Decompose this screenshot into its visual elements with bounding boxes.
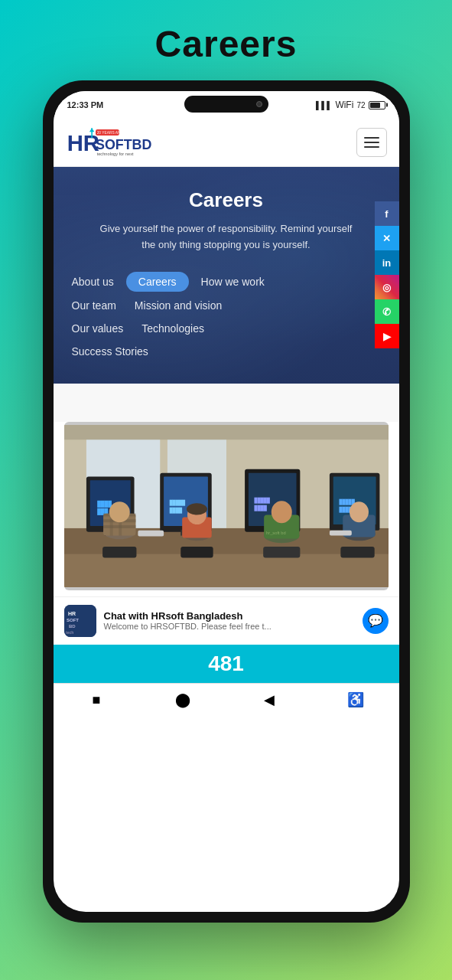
- svg-text:█████: █████: [253, 497, 270, 504]
- chat-text: Chat with HRsoft Bangladesh Welcome to H…: [104, 610, 355, 631]
- back-icon: ◀: [264, 691, 275, 708]
- svg-rect-57: [263, 547, 300, 557]
- facebook-icon: f: [385, 208, 388, 220]
- svg-rect-11: [64, 425, 389, 439]
- brand-logo: H R SOFTBD 20 YEARS ANNIVERSARY technolo…: [66, 126, 165, 158]
- svg-text:████: ████: [253, 504, 267, 511]
- screen-content: H R SOFTBD 20 YEARS ANNIVERSARY technolo…: [54, 119, 399, 912]
- twitter-button[interactable]: ✕: [375, 226, 399, 250]
- hero-subtitle: Give yourself the power of responsibilit…: [96, 221, 356, 253]
- hero-section: Careers Give yourself the power of respo…: [54, 167, 399, 384]
- nav-item-our-team[interactable]: Our team: [66, 296, 122, 315]
- back-button[interactable]: ◀: [255, 686, 283, 714]
- svg-text:tech: tech: [66, 630, 73, 635]
- stop-button[interactable]: ■: [83, 686, 110, 714]
- page-title: Careers: [0, 23, 452, 65]
- stop-icon: ■: [93, 692, 101, 708]
- nav-item-mission-vision[interactable]: Mission and vision: [128, 296, 228, 315]
- svg-rect-55: [102, 547, 136, 557]
- chat-logo: HR SOFT BD tech: [64, 605, 96, 637]
- svg-text:█████: █████: [168, 499, 185, 506]
- svg-rect-53: [138, 530, 164, 536]
- phone-mockup: 12:33 PM ▌▌▌ WiFi 72 H: [43, 80, 410, 923]
- svg-text:H: H: [67, 131, 83, 155]
- logo-area: H R SOFTBD 20 YEARS ANNIVERSARY technolo…: [66, 126, 165, 158]
- wifi-icon: WiFi: [335, 100, 353, 110]
- nav-row-4: Success Stories: [66, 342, 387, 361]
- nav-item-careers[interactable]: Careers: [126, 272, 189, 292]
- twitter-icon: ✕: [382, 233, 391, 244]
- whatsapp-icon: ✆: [382, 306, 391, 318]
- svg-text:BD: BD: [69, 624, 76, 629]
- notch: [184, 96, 268, 113]
- instagram-button[interactable]: ◎: [375, 275, 399, 299]
- instagram-icon: ◎: [382, 282, 391, 293]
- nav-menu: About us Careers How we work Our team Mi…: [66, 269, 387, 371]
- office-scene-svg: ████ ███ █████ ████ ██: [64, 422, 389, 590]
- hero-content: Careers Give yourself the power of respo…: [66, 188, 387, 253]
- office-image: ████ ███ █████ ████ ██: [64, 422, 389, 590]
- svg-rect-58: [340, 547, 374, 557]
- hero-title: Careers: [66, 188, 387, 212]
- nav-item-technologies[interactable]: Technologies: [135, 319, 210, 338]
- teal-strip: 481: [54, 645, 399, 683]
- status-time: 12:33 PM: [67, 100, 104, 109]
- status-bar: 12:33 PM ▌▌▌ WiFi 72: [54, 91, 399, 119]
- front-camera: [256, 101, 262, 107]
- svg-text:HR: HR: [68, 611, 76, 616]
- chat-subtitle: Welcome to HRSOFTBD. Please feel free t.…: [104, 622, 355, 631]
- social-sidebar: f ✕ in ◎ ✆ ▶: [375, 201, 399, 348]
- svg-text:20 YEARS ANNIVERSARY: 20 YEARS ANNIVERSARY: [96, 131, 142, 135]
- svg-text:SOFTBD: SOFTBD: [96, 137, 152, 152]
- nav-row-2: Our team Mission and vision: [66, 296, 387, 315]
- svg-rect-54: [329, 530, 351, 535]
- menu-button[interactable]: [356, 128, 387, 157]
- nav-item-how-we-work[interactable]: How we work: [195, 273, 271, 291]
- linkedin-button[interactable]: in: [375, 250, 399, 275]
- home-button[interactable]: ⬤: [169, 686, 197, 714]
- svg-text:████: ████: [168, 506, 182, 513]
- battery-icon: [369, 101, 385, 109]
- messenger-button[interactable]: 💬: [363, 608, 389, 634]
- svg-text:technology for next: technology for next: [96, 152, 133, 156]
- signal-icon: ▌▌▌: [316, 101, 332, 109]
- nav-row-1: About us Careers How we work: [66, 272, 387, 292]
- hamburger-icon: [364, 137, 379, 148]
- chat-widget: HR SOFT BD tech Chat with HRsoft Banglad…: [54, 596, 399, 645]
- status-icons: ▌▌▌ WiFi 72: [316, 100, 385, 110]
- page-title-area: Careers: [0, 0, 452, 80]
- facebook-button[interactable]: f: [375, 201, 399, 226]
- svg-text:████: ████: [96, 500, 112, 508]
- svg-point-41: [109, 501, 129, 522]
- whatsapp-button[interactable]: ✆: [375, 299, 399, 324]
- svg-text:hr_soft bd: hr_soft bd: [266, 530, 286, 534]
- svg-point-52: [349, 501, 368, 522]
- nav-item-our-values[interactable]: Our values: [66, 319, 130, 338]
- top-navbar: H R SOFTBD 20 YEARS ANNIVERSARY technolo…: [54, 119, 399, 167]
- svg-text:SOFT: SOFT: [67, 618, 79, 622]
- messenger-icon: 💬: [368, 613, 383, 628]
- nav-item-success-stories[interactable]: Success Stories: [66, 342, 154, 361]
- battery-percent: 72: [356, 101, 365, 109]
- chat-title: Chat with HRsoft Bangladesh: [104, 610, 355, 622]
- home-icon: ⬤: [175, 691, 190, 708]
- accessibility-icon: ♿: [347, 691, 364, 708]
- accessibility-button[interactable]: ♿: [342, 686, 369, 714]
- nav-item-about[interactable]: About us: [66, 273, 120, 291]
- bottom-navbar: ■ ⬤ ◀ ♿: [54, 683, 399, 717]
- youtube-icon: ▶: [383, 331, 391, 342]
- gap-section: [54, 384, 399, 422]
- svg-point-49: [271, 501, 291, 523]
- stat-number: 481: [208, 652, 244, 676]
- youtube-button[interactable]: ▶: [375, 324, 399, 348]
- linkedin-icon: in: [382, 257, 392, 269]
- phone-screen: 12:33 PM ▌▌▌ WiFi 72 H: [54, 91, 399, 912]
- svg-rect-56: [180, 547, 213, 557]
- office-image-section: ████ ███ █████ ████ ██: [54, 422, 399, 596]
- nav-row-3: Our values Technologies: [66, 319, 387, 338]
- svg-point-45: [186, 503, 206, 514]
